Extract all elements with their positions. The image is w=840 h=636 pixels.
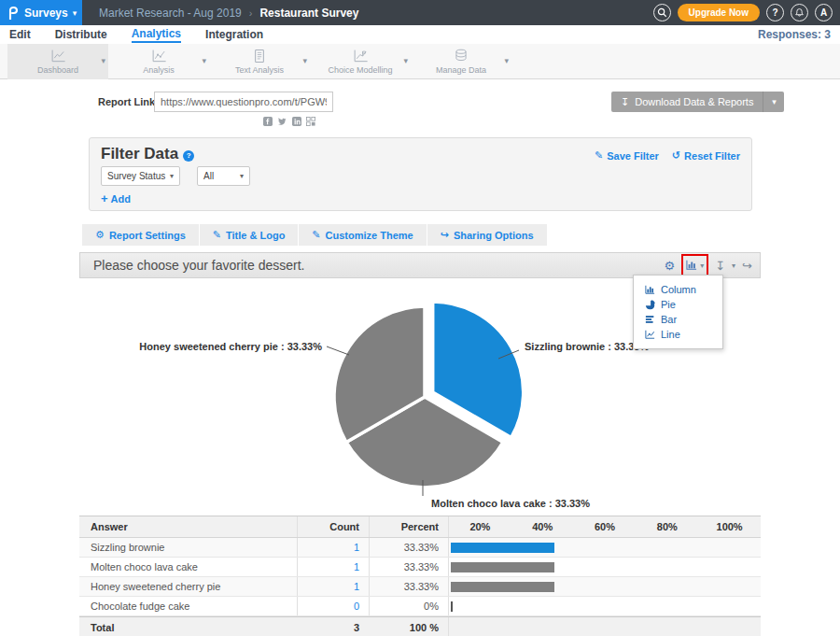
pencil-icon: ✎	[312, 229, 320, 241]
chevron-down-icon[interactable]: ▾	[202, 56, 206, 65]
count-link[interactable]: 1	[297, 538, 369, 557]
breadcrumb-current: Restaurant Survey	[259, 7, 358, 20]
save-filter-label: Save Filter	[607, 150, 659, 162]
upgrade-now-button[interactable]: Upgrade Now	[678, 4, 760, 21]
menu-item-bar[interactable]: Bar	[634, 312, 722, 327]
surveys-product-menu[interactable]: Surveys ▾	[0, 0, 82, 25]
filter-value-value: All	[203, 171, 214, 181]
avatar[interactable]: A	[815, 4, 833, 21]
nav-item-edit[interactable]: Edit	[9, 28, 31, 41]
table-total-row: Total 3 100 %	[79, 616, 761, 636]
choice-modelling-chart-icon	[353, 49, 369, 64]
reset-filter-link[interactable]: ↺ Reset Filter	[672, 149, 740, 162]
filter-panel-title: Filter Data	[101, 145, 178, 163]
share-chart-icon[interactable]: ↪	[742, 260, 752, 272]
table-row: Honey sweetened cherry pie 1 33.33%	[79, 577, 761, 597]
toolbar-item-analysis[interactable]: Analysis ▾	[108, 44, 209, 79]
toolbar-item-label: Choice Modelling	[328, 65, 392, 75]
total-label: Total	[79, 617, 297, 636]
col-header-percent: Percent	[369, 516, 448, 537]
chevron-down-icon[interactable]: ▾	[302, 56, 307, 65]
total-percent: 100 %	[369, 617, 448, 636]
toolbar-item-label: Text Analysis	[235, 65, 284, 75]
filter-field-value: Survey Status	[107, 171, 165, 181]
download-options-caret[interactable]: ▾	[763, 92, 784, 112]
help-tooltip-icon[interactable]: ?	[183, 150, 194, 162]
breadcrumb-parent-link[interactable]: Market Research - Aug 2019	[99, 7, 242, 20]
twitter-icon[interactable]	[277, 113, 287, 130]
menu-item-column[interactable]: Column	[634, 282, 722, 297]
toolbar-item-text-analysis[interactable]: Text Analysis ▾	[209, 44, 310, 79]
total-chart-cell	[448, 617, 761, 636]
chevron-down-icon[interactable]: ▾	[504, 56, 509, 65]
chevron-down-icon[interactable]: ▾	[700, 261, 704, 270]
toolbar-item-label: Manage Data	[436, 65, 486, 75]
reset-icon: ↺	[672, 149, 680, 162]
filter-actions: ✎ Save Filter ↺ Reset Filter	[595, 149, 740, 162]
menu-item-label: Pie	[661, 299, 676, 310]
save-filter-link[interactable]: ✎ Save Filter	[595, 149, 659, 162]
axis-tick-40: 40%	[511, 521, 574, 532]
analysis-scatter-icon	[151, 49, 167, 64]
export-download-icon[interactable]: ↧	[715, 260, 725, 272]
search-icon[interactable]	[653, 4, 671, 21]
axis-tick-20: 20%	[449, 521, 511, 532]
count-link[interactable]: 0	[297, 597, 369, 615]
axis-tick-100: 100%	[698, 521, 761, 532]
percent-cell: 0%	[369, 597, 448, 615]
chevron-down-icon[interactable]: ▾	[732, 261, 735, 270]
report-tabs: ⚙ Report Settings ✎ Title & Logo ✎ Custo…	[82, 224, 547, 246]
chart-toolbar: ⚙ ▾ ↧ ▾ ↪	[665, 254, 761, 276]
chart-settings-gears-icon[interactable]: ⚙	[665, 260, 676, 272]
menu-item-label: Line	[661, 329, 680, 340]
report-link-input[interactable]	[154, 92, 333, 112]
count-link[interactable]: 1	[297, 558, 369, 576]
answer-cell: Molten choco lava cake	[79, 558, 297, 576]
filter-value-select[interactable]: All ▾	[197, 166, 250, 186]
results-table: Answer Count Percent 20% 40% 60% 80% 100…	[79, 516, 761, 636]
product-name: Surveys	[24, 7, 68, 20]
embed-icon[interactable]	[306, 113, 315, 130]
breadcrumb-separator: ›	[249, 7, 253, 19]
tab-title-logo[interactable]: ✎ Title & Logo	[200, 224, 299, 246]
nav-item-analytics[interactable]: Analytics	[132, 27, 181, 43]
tab-label: Report Settings	[109, 230, 186, 241]
report-link-label: Report Link	[98, 96, 155, 107]
toolbar-item-choice-modelling[interactable]: Choice Modelling ▾	[310, 44, 411, 79]
percent-bar	[451, 601, 453, 612]
tab-report-settings[interactable]: ⚙ Report Settings	[82, 224, 199, 246]
gears-icon: ⚙	[95, 229, 105, 241]
question-chart-panel: Please choose your favorite dessert. ⚙ ▾…	[79, 252, 761, 636]
tab-customize-theme[interactable]: ✎ Customize Theme	[299, 224, 426, 246]
add-filter-link[interactable]: + Add	[101, 191, 131, 205]
top-bar: Surveys ▾ Market Research - Aug 2019 › R…	[0, 0, 840, 25]
dashboard-chart-icon	[50, 49, 66, 64]
percent-bar	[451, 582, 554, 592]
chevron-down-icon[interactable]: ▾	[101, 56, 105, 65]
linkedin-icon[interactable]	[292, 113, 301, 130]
nav-item-integration[interactable]: Integration	[205, 28, 263, 41]
percent-bar	[451, 543, 554, 553]
menu-item-pie[interactable]: Pie	[634, 297, 722, 312]
help-button[interactable]: ?	[766, 4, 784, 21]
breadcrumb: Market Research - Aug 2019 › Restaurant …	[99, 7, 358, 20]
chart-type-button[interactable]	[686, 257, 697, 274]
toolbar-item-dashboard[interactable]: Dashboard ▾	[7, 44, 108, 79]
tab-label: Sharing Options	[454, 230, 534, 241]
nav-item-distribute[interactable]: Distribute	[55, 28, 107, 41]
question-title: Please choose your favorite dessert.	[80, 258, 304, 273]
tab-sharing-options[interactable]: ↪ Sharing Options	[427, 224, 547, 246]
facebook-icon[interactable]	[263, 113, 273, 130]
count-link[interactable]: 1	[297, 577, 369, 596]
filter-field-select[interactable]: Survey Status ▾	[101, 166, 180, 186]
table-row: Chocolate fudge cake 0 0%	[79, 597, 761, 616]
percent-bar	[451, 562, 554, 572]
chevron-down-icon[interactable]: ▾	[403, 56, 408, 65]
download-data-reports-button[interactable]: ↧ Download Data & Reports	[611, 92, 763, 112]
percent-cell: 33.33%	[369, 577, 448, 596]
toolbar-item-manage-data[interactable]: Manage Data ▾	[411, 44, 511, 79]
notifications-bell-icon[interactable]	[791, 4, 808, 21]
pencil-icon: ✎	[213, 229, 221, 241]
answer-cell: Chocolate fudge cake	[79, 597, 297, 615]
menu-item-line[interactable]: Line	[634, 327, 722, 342]
